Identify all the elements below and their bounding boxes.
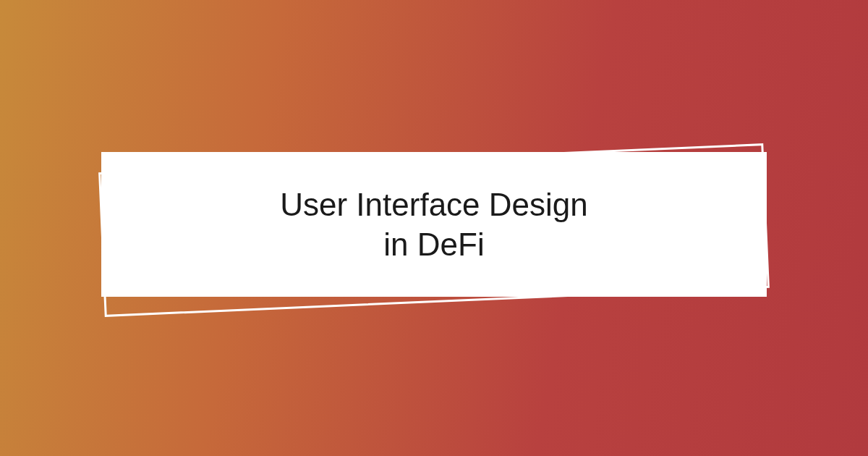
page-title: User Interface Design in DeFi <box>280 185 588 264</box>
title-card: User Interface Design in DeFi <box>101 152 767 297</box>
title-card-container: User Interface Design in DeFi <box>101 152 767 304</box>
